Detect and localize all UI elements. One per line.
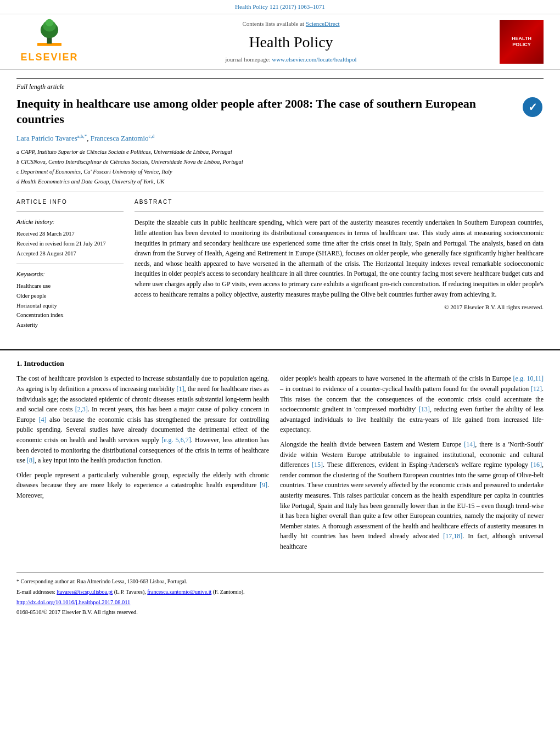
intro-para-3: older people's health appears to have wo… xyxy=(280,373,544,435)
journal-url[interactable]: www.elsevier.com/locate/healthpol xyxy=(272,56,356,63)
affiliations: a CAPP, Instituto Superior de Ciências S… xyxy=(16,148,544,186)
abstract-heading: ABSTRACT xyxy=(135,198,544,206)
affiliation-d: d Health Econometrics and Data Group, Un… xyxy=(16,177,544,187)
svg-text:✓: ✓ xyxy=(528,101,537,113)
journal-title-section: Contents lists available at ScienceDirec… xyxy=(82,19,500,64)
copyright-text: © 2017 Elsevier B.V. All rights reserved… xyxy=(135,303,544,312)
intro-para-4: Alongside the health divide between East… xyxy=(280,439,544,552)
page: Health Policy 121 (2017) 1063–1071 ELSEV… xyxy=(0,0,560,617)
body-two-col: The cost of healthcare provision is expe… xyxy=(16,373,544,556)
affiliation-b: b CICSNova, Centro Interdisciplinar de C… xyxy=(16,158,544,167)
authors-line: Lara Patrício Tavaresa,b,*, Francesca Za… xyxy=(16,133,544,144)
keywords-label: Keywords: xyxy=(16,270,124,279)
sciencedirect-link[interactable]: ScienceDirect xyxy=(306,20,340,27)
ref-13[interactable]: [13] xyxy=(419,405,430,413)
intro-para-1: The cost of healthcare provision is expe… xyxy=(16,373,269,465)
keyword-3: Horizontal equity xyxy=(16,301,124,311)
elsevier-brand-text: ELSEVIER xyxy=(20,50,78,65)
intro-para-2: Older people represent a particularly vu… xyxy=(16,470,269,501)
keyword-5: Austerity xyxy=(16,320,124,330)
received-date: Received 28 March 2017 xyxy=(16,229,124,239)
ref-14[interactable]: [14] xyxy=(464,440,475,448)
author2-link[interactable]: Francesca Zantomioc,d xyxy=(91,134,155,142)
journal-homepage: journal homepage: www.elsevier.com/locat… xyxy=(82,55,500,64)
health-policy-logo: HEALTH POLICY xyxy=(500,20,544,64)
issn-text: 0168-8510/© 2017 Elsevier B.V. All right… xyxy=(16,608,544,617)
article-info-column: ARTICLE INFO Article history: Received 2… xyxy=(16,198,124,330)
divider-ai xyxy=(16,211,124,212)
elsevier-tree-icon xyxy=(33,19,66,49)
intro-section-title: 1. Introduction xyxy=(16,358,544,369)
ref-567[interactable]: [e.g. 5,6,7] xyxy=(161,436,191,444)
keyword-2: Older people xyxy=(16,291,124,301)
ref-12[interactable]: [12] xyxy=(531,385,542,393)
ref-1718[interactable]: [17,18] xyxy=(443,532,462,540)
keywords-list: Healthcare use Older people Horizontal e… xyxy=(16,281,124,330)
ref-4[interactable]: [4] xyxy=(38,416,46,423)
ref-23[interactable]: [2,3] xyxy=(75,405,88,413)
corresponding-author-note: * Corresponding author at: Rua Almerindo… xyxy=(16,577,544,585)
doi-link[interactable]: http://dx.doi.org/10.1016/j.healthpol.20… xyxy=(16,598,544,607)
revised-date: Received in revised form 21 July 2017 xyxy=(16,239,124,249)
article-history-label: Article history: xyxy=(16,217,124,227)
article-type: Full length article xyxy=(16,78,544,92)
doi-anchor[interactable]: http://dx.doi.org/10.1016/j.healthpol.20… xyxy=(16,599,130,605)
divider-ab xyxy=(135,211,544,212)
ref-15[interactable]: [15] xyxy=(312,461,323,468)
svg-point-4 xyxy=(46,19,54,26)
affiliation-c: c Department of Economics, Ca' Foscari U… xyxy=(16,168,544,177)
keyword-4: Concentration index xyxy=(16,310,124,320)
article-title-row: Inequity in healthcare use among older p… xyxy=(16,96,544,127)
body-left-col: The cost of healthcare provision is expe… xyxy=(16,373,269,556)
journal-title: Health Policy xyxy=(82,31,500,54)
abstract-text: Despite the sizeable cuts in public heal… xyxy=(135,217,544,299)
footer: * Corresponding author at: Rua Almerindo… xyxy=(16,572,544,617)
crossmark-icon: ✓ xyxy=(522,96,544,118)
elsevier-logo: ELSEVIER xyxy=(16,19,82,65)
email1-link[interactable]: ltavares@iscsp.ulisboa.pt xyxy=(57,589,113,595)
keyword-1: Healthcare use xyxy=(16,281,124,291)
info-abstract-section: ARTICLE INFO Article history: Received 2… xyxy=(16,198,544,330)
contents-list-text: Contents lists available at ScienceDirec… xyxy=(82,19,500,29)
divider-1 xyxy=(16,192,544,192)
article-content: Full length article Inequity in healthca… xyxy=(0,70,560,347)
citation-bar: Health Policy 121 (2017) 1063–1071 xyxy=(0,0,560,14)
article-title-text: Inequity in healthcare use among older p… xyxy=(16,96,522,127)
keywords-section: Keywords: Healthcare use Older people Ho… xyxy=(16,270,124,330)
body-content: 1. Introduction The cost of healthcare p… xyxy=(0,349,560,567)
article-dates: Received 28 March 2017 Received in revis… xyxy=(16,229,124,259)
citation-text: Health Policy 121 (2017) 1063–1071 xyxy=(235,3,325,10)
journal-header: ELSEVIER Contents lists available at Sci… xyxy=(0,14,560,70)
abstract-column: ABSTRACT Despite the sizeable cuts in pu… xyxy=(135,198,544,330)
divider-kw xyxy=(16,264,124,264)
ref-1[interactable]: [1] xyxy=(176,385,184,393)
affiliation-a: a CAPP, Instituto Superior de Ciências S… xyxy=(16,148,544,157)
accepted-date: Accepted 28 August 2017 xyxy=(16,249,124,259)
email2-link[interactable]: francesca.zantomio@unive.it xyxy=(147,589,211,595)
ref-1011[interactable]: [e.g. 10,11] xyxy=(513,375,544,382)
ref-9[interactable]: [9] xyxy=(260,481,267,489)
author1-link[interactable]: Lara Patrício Tavaresa,b,* xyxy=(16,134,87,142)
ref-16[interactable]: [16] xyxy=(531,461,542,468)
article-info-heading: ARTICLE INFO xyxy=(16,198,124,206)
body-right-col: older people's health appears to have wo… xyxy=(280,373,544,556)
email-note: E-mail addresses: ltavares@iscsp.ulisboa… xyxy=(16,588,544,596)
ref-8[interactable]: [8] xyxy=(27,456,35,464)
